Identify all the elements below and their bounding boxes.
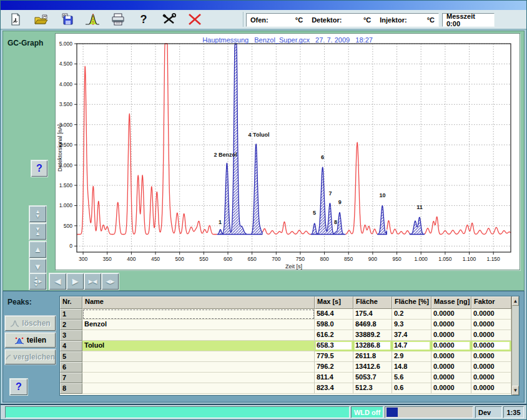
pan-free-button[interactable]: ▲◀ ▶▼ bbox=[29, 273, 46, 290]
table-cell[interactable]: 0.0000 bbox=[471, 373, 511, 383]
chromatogram-chart[interactable]: 3003504004505005506006507007508008509009… bbox=[55, 33, 520, 270]
column-header[interactable]: Nr. bbox=[60, 296, 82, 309]
table-cell[interactable]: 0.0000 bbox=[431, 309, 471, 320]
column-header[interactable]: Fläche bbox=[353, 296, 392, 309]
application-window: ? Ofen:°C Detektor:°C Injektor:°C Messze… bbox=[0, 0, 527, 420]
svg-text:0: 0 bbox=[69, 243, 72, 249]
table-cell[interactable]: 6 bbox=[60, 362, 82, 373]
table-cell[interactable]: 14.7 bbox=[392, 341, 431, 351]
table-cell[interactable] bbox=[82, 383, 315, 394]
expand-vertical-button[interactable]: ▲▼ bbox=[29, 206, 46, 222]
table-cell[interactable]: 8 bbox=[60, 383, 82, 394]
table-cell[interactable]: 0.0000 bbox=[471, 320, 511, 330]
window-titlebar[interactable] bbox=[1, 1, 526, 10]
column-header[interactable]: Masse [ng] bbox=[431, 296, 471, 309]
table-cell[interactable]: 0.0000 bbox=[431, 320, 471, 330]
pan-up-button[interactable]: ▲ bbox=[29, 242, 46, 258]
table-cell[interactable] bbox=[82, 309, 315, 320]
delete-peak-label: löschen bbox=[22, 319, 50, 328]
table-cell[interactable]: 5053.7 bbox=[353, 373, 392, 383]
open-file-button[interactable] bbox=[31, 11, 52, 27]
table-cell[interactable]: 616.2 bbox=[315, 330, 353, 341]
table-cell[interactable]: 796.2 bbox=[315, 362, 353, 373]
table-cell[interactable]: 811.4 bbox=[315, 373, 353, 383]
table-cell[interactable]: 8469.8 bbox=[353, 320, 392, 330]
table-cell[interactable]: 584.4 bbox=[315, 309, 353, 320]
print-button[interactable] bbox=[107, 11, 129, 27]
table-cell[interactable]: 9.3 bbox=[392, 320, 431, 330]
table-cell[interactable]: 658.3 bbox=[315, 341, 353, 351]
table-cell[interactable]: 33889.2 bbox=[353, 330, 392, 341]
new-chromatogram-button[interactable] bbox=[5, 11, 26, 27]
table-cell[interactable]: 3 bbox=[60, 330, 82, 341]
table-cell[interactable]: 0.0000 bbox=[431, 383, 471, 394]
scroll-down-button[interactable]: ▼ bbox=[512, 386, 519, 395]
table-cell[interactable]: 512.3 bbox=[353, 383, 392, 394]
pan-right-button[interactable]: ▶ bbox=[67, 273, 84, 290]
column-header[interactable]: Name bbox=[82, 296, 315, 309]
table-cell[interactable]: 2 bbox=[60, 320, 82, 330]
table-cell[interactable]: 0.0000 bbox=[471, 351, 511, 362]
table-row: 5779.52611.82.90.00000.0000 bbox=[60, 351, 511, 362]
table-cell[interactable]: 2.9 bbox=[392, 351, 431, 362]
table-scrollbar[interactable]: ▲ ▼ bbox=[511, 296, 519, 395]
table-cell[interactable]: 7 bbox=[60, 373, 82, 383]
compare-peak-button[interactable]: vergleichen bbox=[5, 349, 56, 364]
table-cell[interactable]: Toluol bbox=[82, 341, 315, 351]
delete-peak-button[interactable]: löschen bbox=[5, 316, 56, 331]
table-cell[interactable]: 2611.8 bbox=[353, 351, 392, 362]
table-cell[interactable] bbox=[82, 351, 315, 362]
abort-button[interactable] bbox=[184, 11, 205, 27]
table-cell[interactable]: 4 bbox=[60, 341, 82, 351]
table-cell[interactable]: 13412.6 bbox=[353, 362, 392, 373]
table-cell[interactable]: 13286.8 bbox=[353, 341, 392, 351]
table-header-row: Nr.NameMax [s]FlächeFläche [%]Masse [ng]… bbox=[60, 296, 511, 309]
pan-left-button[interactable]: ◀ bbox=[49, 273, 66, 290]
peak-integration-button[interactable] bbox=[82, 11, 103, 27]
table-cell[interactable] bbox=[82, 373, 315, 383]
collapse-horizontal-button[interactable]: ▶◀ bbox=[84, 273, 101, 290]
table-cell[interactable]: 37.4 bbox=[392, 330, 431, 341]
table-cell[interactable]: 0.6 bbox=[392, 383, 431, 394]
table-cell[interactable]: 175.4 bbox=[353, 309, 392, 320]
table-cell[interactable]: 0.0000 bbox=[471, 330, 511, 341]
column-header[interactable]: Max [s] bbox=[315, 296, 353, 309]
table-cell[interactable]: 823.4 bbox=[315, 383, 353, 394]
expand-horizontal-button[interactable]: ◀▶ bbox=[102, 273, 119, 290]
table-cell[interactable]: Benzol bbox=[82, 320, 315, 330]
help-button[interactable]: ? bbox=[133, 11, 154, 27]
table-cell[interactable]: 0.0000 bbox=[471, 362, 511, 373]
peaks-help-button[interactable]: ? bbox=[10, 379, 27, 395]
collapse-vertical-button[interactable]: ▼▲ bbox=[29, 223, 46, 240]
table-cell[interactable]: 14.8 bbox=[392, 362, 431, 373]
table-cell[interactable]: 0.2 bbox=[392, 309, 431, 320]
table-cell[interactable]: 0.0000 bbox=[431, 351, 471, 362]
svg-text:1.000: 1.000 bbox=[59, 202, 73, 208]
table-cell[interactable]: 0.0000 bbox=[431, 362, 471, 373]
column-header[interactable]: Fläche [%] bbox=[392, 296, 431, 309]
messzeit-value: Messzeit 0:00 bbox=[446, 12, 490, 27]
table-cell[interactable]: 0.0000 bbox=[471, 309, 511, 320]
split-peak-button[interactable]: teilen bbox=[5, 333, 56, 348]
save-file-button[interactable] bbox=[56, 11, 77, 27]
graph-help-button[interactable]: ? bbox=[31, 160, 47, 177]
table-cell[interactable]: 1 bbox=[60, 309, 82, 320]
table-cell[interactable]: 0.0000 bbox=[471, 341, 511, 351]
question-mark-icon: ? bbox=[36, 163, 42, 174]
table-cell[interactable]: 0.0000 bbox=[431, 330, 471, 341]
save-disk-icon bbox=[59, 12, 74, 26]
table-cell[interactable]: 5.6 bbox=[392, 373, 431, 383]
table-cell[interactable] bbox=[82, 330, 315, 341]
table-cell[interactable]: 0.0000 bbox=[471, 383, 511, 394]
table-cell[interactable]: 598.0 bbox=[315, 320, 353, 330]
time-indicator: 1:35 bbox=[503, 406, 524, 418]
table-cell[interactable] bbox=[82, 362, 315, 373]
table-cell[interactable]: 779.5 bbox=[315, 351, 353, 362]
question-mark-icon: ? bbox=[140, 13, 147, 26]
table-cell[interactable]: 5 bbox=[60, 351, 82, 362]
table-cell[interactable]: 0.0000 bbox=[431, 373, 471, 383]
column-header[interactable]: Faktor bbox=[471, 296, 511, 309]
tools-button[interactable] bbox=[159, 11, 180, 27]
scroll-up-button[interactable]: ▲ bbox=[512, 296, 519, 306]
table-cell[interactable]: 0.0000 bbox=[431, 341, 471, 351]
